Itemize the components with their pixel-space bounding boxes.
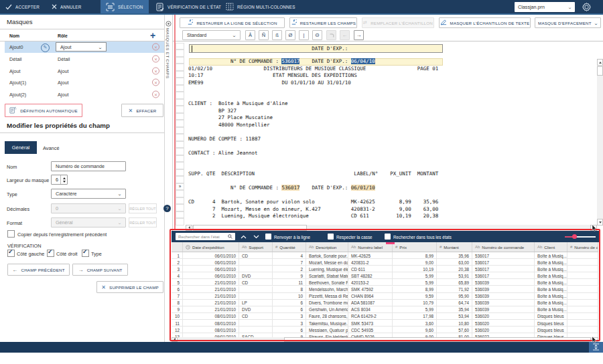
accept-button[interactable]: ACCEPTER bbox=[5, 0, 40, 13]
settings-gear-button[interactable] bbox=[582, 2, 592, 15]
table-column-header[interactable]: AbNuméro de commande bbox=[472, 242, 535, 252]
table-column-header[interactable]: #Montant bbox=[437, 242, 472, 252]
gutter-cell[interactable] bbox=[176, 78, 184, 85]
mask-text-sample-button[interactable]: MASQUER L'ÉCHANTILLON DE TEXTE bbox=[439, 17, 531, 28]
tab-multicolumn-region[interactable]: RÉGION MULTI-COLONNES bbox=[226, 0, 295, 13]
panel-strip-label[interactable]: MASQUES ET CHAMPS bbox=[165, 28, 170, 78]
delete-mask-icon[interactable]: ✕ bbox=[152, 43, 159, 51]
report-hscrollbar[interactable] bbox=[186, 225, 597, 231]
gutter-cell[interactable] bbox=[176, 162, 184, 169]
gutter-cell[interactable] bbox=[176, 141, 184, 149]
gutter-cell[interactable] bbox=[176, 99, 184, 106]
mask-role-select[interactable]: Ajout⌄ bbox=[56, 42, 107, 52]
table-column-header[interactable]: AbClient bbox=[535, 242, 567, 252]
table-row[interactable]: 521/01/2010CD11Beethoven, Sonate P...420… bbox=[172, 279, 598, 286]
trap-type-select[interactable]: Standard ⌄ bbox=[182, 30, 241, 40]
table-row[interactable]: 621/01/20108Mendelssohn, March...SMK 475… bbox=[172, 286, 598, 293]
gutter-cell[interactable] bbox=[176, 92, 184, 99]
type-field-select[interactable]: Caractère ⌄ bbox=[51, 189, 126, 199]
table-row[interactable]: 1208/01/20106Messiaen, Quatuor p...CDC 5… bbox=[172, 327, 598, 333]
edit-pencil-icon[interactable]: ✎ bbox=[41, 43, 50, 52]
trap-character-button[interactable]: Ø bbox=[285, 30, 295, 40]
report-line[interactable]: SUPP. QTE DESCRIPTION LABEL/N° PX_UNIT M… bbox=[188, 171, 438, 178]
gutter-cell[interactable] bbox=[176, 85, 184, 92]
table-row[interactable]: 721/01/201010Pizzetti, Messa di Re...CHA… bbox=[172, 293, 598, 300]
help-button[interactable]: ? bbox=[163, 205, 171, 212]
trap-character-button[interactable]: Ñ bbox=[259, 30, 269, 40]
search-next-button[interactable] bbox=[251, 233, 261, 240]
report-line[interactable]: CONTACT : Aline Jeannot bbox=[188, 150, 257, 157]
name-field-input[interactable]: Numéro de commande bbox=[51, 161, 126, 171]
wrap-line-checkbox[interactable] bbox=[265, 234, 271, 240]
mask-row[interactable]: AjoutAjout✕ bbox=[0, 65, 164, 77]
trap-move-right-button[interactable]: → bbox=[354, 30, 364, 40]
tab-report-verification[interactable]: VÉRIFICATION DE L'ÉTAT bbox=[156, 0, 221, 13]
auto-define-button[interactable]: DÉFINITION AUTOMATIQUE bbox=[5, 104, 82, 117]
table-column-header[interactable]: Date d'expédition bbox=[183, 242, 239, 252]
stepper-up-icon[interactable] bbox=[63, 177, 66, 179]
trap-character-button[interactable]: ß bbox=[272, 30, 282, 40]
delete-mask-icon[interactable]: ✕ bbox=[152, 91, 159, 98]
next-field-button[interactable]: → CHAMP SUIVANT bbox=[72, 264, 128, 276]
verification-checkbox[interactable]: ✓ bbox=[47, 250, 54, 257]
search-input[interactable]: Rechercher dans l'état bbox=[176, 233, 235, 240]
trap-character-button[interactable]: | bbox=[299, 30, 309, 40]
table-row[interactable]: 106/01/2010CD4Bartok, Sonate pour...MK-4… bbox=[172, 252, 598, 259]
gutter-cell[interactable] bbox=[176, 127, 184, 134]
report-line[interactable]: 2 Luening, Musique électronique CD 611 1… bbox=[188, 213, 438, 220]
report-line[interactable]: 01/02/10 DISTRIBUTEURS DE MUSIQUE CLASSI… bbox=[188, 66, 438, 73]
add-mask-button[interactable]: + bbox=[150, 30, 155, 41]
pin-icon[interactable] bbox=[165, 17, 172, 29]
delete-mask-icon[interactable]: ✕ bbox=[152, 67, 159, 74]
gutter-cell[interactable] bbox=[176, 113, 184, 120]
table-row[interactable]: 1108/01/20103Takemitsu, Musique...SMK 53… bbox=[172, 320, 598, 327]
table-row[interactable]: 306/01/20102Luening, Musique éle...CD 61… bbox=[172, 266, 598, 272]
gutter-cell[interactable] bbox=[176, 134, 184, 141]
delete-mask-icon[interactable]: ✕ bbox=[152, 56, 159, 63]
search-all-states-checkbox[interactable] bbox=[385, 234, 391, 240]
gutter-cell[interactable] bbox=[176, 211, 184, 219]
table-row[interactable]: 406/01/2010DVD9Scarlatti, Stabat MaterSB… bbox=[172, 272, 598, 279]
gutter-cell[interactable] bbox=[176, 64, 184, 71]
previous-field-button[interactable]: ← CHAMP PRÉCÉDENT bbox=[7, 264, 70, 276]
gutter-cell[interactable]: » bbox=[176, 183, 184, 191]
verification-checkbox[interactable]: ✓ bbox=[82, 250, 89, 257]
clear-button[interactable]: ✕ EFFACER bbox=[121, 104, 163, 117]
report-line[interactable]: NUMERO DE COMPTE : 11887 bbox=[188, 136, 261, 143]
copy-previous-checkbox[interactable] bbox=[7, 230, 15, 238]
report-line[interactable]: 10:17 ETAT MENSUEL DES EXPEDITIONS bbox=[188, 72, 357, 80]
table-row[interactable]: 1008/01/2010CD3Faure, 28 chansons, S...R… bbox=[172, 313, 598, 320]
zoom-slider-track-right[interactable] bbox=[574, 236, 596, 238]
table-row[interactable]: 206/01/20107Mozart, Messe en do...420831… bbox=[172, 259, 598, 266]
report-line[interactable]: 27 Place Muscatine bbox=[188, 114, 273, 122]
gutter-cell[interactable] bbox=[176, 57, 184, 64]
trap-character-button[interactable]: Â bbox=[245, 30, 255, 40]
gutter-cell[interactable] bbox=[176, 106, 184, 113]
gutter-cell[interactable] bbox=[176, 204, 184, 211]
report-line[interactable]: 48000 Montpellier bbox=[188, 122, 269, 129]
gutter-cell[interactable] bbox=[176, 197, 184, 205]
stepper-down-icon[interactable] bbox=[63, 181, 66, 183]
table-column-header[interactable]: #Prix bbox=[393, 242, 437, 252]
report-line[interactable]: 7 Mozart, Messe en do mineur, K.427 4208… bbox=[188, 206, 438, 213]
zoom-slider-thumb[interactable] bbox=[572, 234, 577, 239]
clear-mask-dropdown-button[interactable]: MASQUE D'EFFACEMENT ⌄ bbox=[535, 17, 601, 28]
gutter-cell[interactable] bbox=[176, 50, 184, 57]
report-vscrollbar[interactable] bbox=[597, 59, 603, 225]
report-line[interactable]: CD 4 Bartok, Sonate pour violon solo MK-… bbox=[188, 199, 438, 206]
table-column-header[interactable] bbox=[172, 242, 183, 252]
report-line[interactable]: BP 327 bbox=[188, 108, 237, 115]
table-column-header[interactable]: #Numéro de c bbox=[567, 242, 598, 252]
gutter-cell[interactable] bbox=[176, 169, 184, 177]
verification-checkbox[interactable]: ✓ bbox=[7, 250, 15, 257]
mask-row[interactable]: Ajout(1)Ajout✕ bbox=[0, 77, 164, 89]
gutter-cell[interactable] bbox=[176, 71, 184, 78]
trap-character-button[interactable]: Θ bbox=[312, 30, 322, 40]
scroll-left-button[interactable] bbox=[186, 225, 192, 231]
mask-row[interactable]: DétailDétail✕ bbox=[0, 53, 164, 65]
gutter-cell[interactable] bbox=[176, 43, 184, 50]
report-line[interactable]: CLIENT : Boîte à Musique d'Aline bbox=[188, 100, 287, 108]
gutter-cell[interactable] bbox=[176, 190, 184, 197]
scroll-left-button[interactable] bbox=[172, 337, 178, 343]
restore-fields-button[interactable]: RESTAURER LES CHAMPS bbox=[289, 17, 357, 28]
